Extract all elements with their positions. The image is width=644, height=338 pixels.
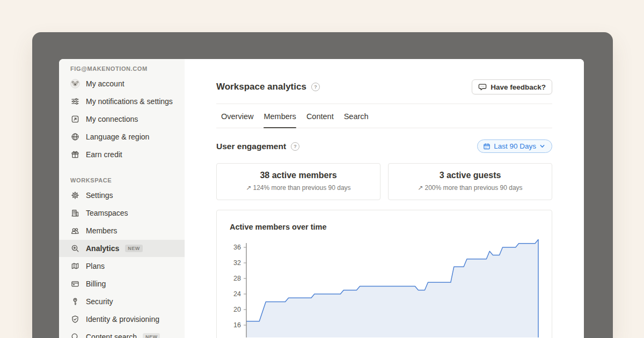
- sidebar-item-plans[interactable]: Plans: [59, 258, 185, 275]
- magnifier-icon: [70, 332, 80, 338]
- analytics-content: Workspace analytics ? Have feedback?: [185, 59, 584, 338]
- sidebar-item-label: Analytics: [86, 244, 119, 254]
- sidebar-item-identity-provisioning[interactable]: Identity & provisioning: [59, 311, 185, 328]
- stat-delta-text: 124% more than previous 90 days: [253, 184, 350, 192]
- sidebar-item-label: Plans: [86, 261, 105, 271]
- analytics-tabs: OverviewMembersContentSearch: [216, 104, 552, 128]
- sidebar-item-label: Members: [86, 226, 117, 236]
- building-icon: [70, 208, 80, 218]
- chart-area: [246, 240, 538, 338]
- tab-search[interactable]: Search: [344, 104, 369, 128]
- new-badge: NEW: [125, 245, 143, 252]
- stat-delta: ↗124% more than previous 90 days: [221, 184, 376, 192]
- sidebar-item-security[interactable]: Security: [59, 293, 185, 310]
- settings-panel: FIG@MAKENOTION.COM My accountMy notifica…: [59, 59, 584, 338]
- help-icon[interactable]: ?: [311, 83, 320, 91]
- stat-delta: ↗200% more than previous 90 days: [393, 184, 547, 192]
- map-icon: [70, 261, 80, 271]
- app-window: FIG@MAKENOTION.COM My accountMy notifica…: [32, 32, 613, 338]
- gift-icon: [70, 150, 80, 159]
- svg-text:16: 16: [233, 321, 241, 329]
- svg-text:24: 24: [233, 290, 241, 298]
- stat-value: 3 active guests: [393, 171, 547, 180]
- svg-text:36: 36: [233, 244, 241, 251]
- sidebar-item-settings[interactable]: Settings: [59, 187, 185, 204]
- settings-sidebar: FIG@MAKENOTION.COM My accountMy notifica…: [59, 59, 185, 338]
- chevron-down-icon: [539, 143, 545, 149]
- avatar-icon: [70, 79, 80, 89]
- sidebar-item-my-connections[interactable]: My connections: [59, 111, 185, 128]
- help-icon[interactable]: ?: [291, 142, 299, 151]
- sidebar-item-label: Content search: [86, 332, 137, 338]
- sidebar-item-label: Earn credit: [86, 150, 122, 160]
- sidebar-item-label: Identity & provisioning: [86, 314, 159, 325]
- magnifier-plus-icon: [70, 244, 80, 253]
- page-title: Workspace analytics: [216, 82, 306, 92]
- have-feedback-button[interactable]: Have feedback?: [472, 79, 552, 94]
- sidebar-item-language-region[interactable]: Language & region: [59, 128, 185, 145]
- sidebar-item-billing[interactable]: Billing: [59, 275, 185, 292]
- shield-check-icon: [70, 314, 80, 324]
- stat-card: 38 active members↗124% more than previou…: [216, 163, 380, 200]
- workspace-section-label: WORKSPACE: [70, 177, 185, 183]
- sidebar-item-label: My notifications & settings: [86, 97, 173, 107]
- globe-icon: [70, 132, 80, 142]
- sidebar-item-analytics[interactable]: AnalyticsNEW: [59, 240, 185, 257]
- sidebar-item-earn-credit[interactable]: Earn credit: [59, 146, 185, 163]
- sidebar-item-label: Billing: [86, 279, 106, 289]
- sidebar-item-label: Settings: [86, 190, 113, 201]
- speech-bubble-icon: [478, 83, 487, 91]
- sidebar-item-my-account[interactable]: My account: [59, 75, 185, 92]
- chart-title: Active members over time: [230, 223, 552, 231]
- engagement-title: User engagement: [216, 142, 286, 151]
- stat-value: 38 active members: [221, 171, 376, 180]
- sidebar-item-label: Teamspaces: [86, 208, 128, 218]
- sidebar-item-label: My account: [86, 79, 125, 89]
- engagement-header: User engagement ?: [216, 139, 552, 153]
- sidebar-item-content-search[interactable]: Content searchNEW: [59, 328, 185, 338]
- workspace-menu: SettingsTeamspacesMembersAnalyticsNEWPla…: [59, 187, 185, 338]
- sliders-icon: [70, 97, 80, 106]
- sidebar-item-members[interactable]: Members: [59, 222, 185, 239]
- active-members-chart: 162024283236: [230, 238, 552, 337]
- sidebar-item-label: Security: [86, 297, 113, 307]
- stat-cards: 38 active members↗124% more than previou…: [216, 163, 552, 200]
- date-range-label: Last 90 Days: [494, 142, 536, 150]
- page-header: Workspace analytics ? Have feedback?: [216, 79, 552, 94]
- account-menu: My accountMy notifications & settingsMy …: [59, 75, 185, 163]
- tab-overview[interactable]: Overview: [221, 104, 253, 128]
- calendar-icon: [483, 143, 491, 150]
- people-icon: [70, 226, 80, 236]
- tab-content[interactable]: Content: [306, 104, 334, 128]
- svg-text:32: 32: [233, 259, 241, 267]
- gear-icon: [70, 190, 80, 200]
- sidebar-item-label: Language & region: [86, 132, 149, 142]
- have-feedback-label: Have feedback?: [491, 83, 546, 91]
- svg-text:28: 28: [233, 275, 241, 282]
- sidebar-item-my-notifications-settings[interactable]: My notifications & settings: [59, 93, 185, 110]
- svg-text:20: 20: [233, 306, 241, 313]
- new-badge: NEW: [143, 333, 160, 338]
- key-icon: [70, 297, 80, 306]
- trend-up-icon: ↗: [418, 184, 423, 192]
- active-members-chart-card: Active members over time 162024283236: [216, 210, 552, 338]
- tab-members[interactable]: Members: [264, 104, 296, 128]
- trend-up-icon: ↗: [246, 184, 251, 192]
- arrow-up-right-box-icon: [70, 114, 80, 124]
- date-range-button[interactable]: Last 90 Days: [477, 139, 552, 153]
- credit-card-icon: [70, 279, 80, 289]
- stat-card: 3 active guests↗200% more than previous …: [388, 163, 552, 200]
- sidebar-item-label: My connections: [86, 114, 138, 124]
- account-email-label: FIG@MAKENOTION.COM: [70, 65, 185, 72]
- sidebar-item-teamspaces[interactable]: Teamspaces: [59, 204, 185, 222]
- stat-delta-text: 200% more than previous 90 days: [425, 184, 522, 192]
